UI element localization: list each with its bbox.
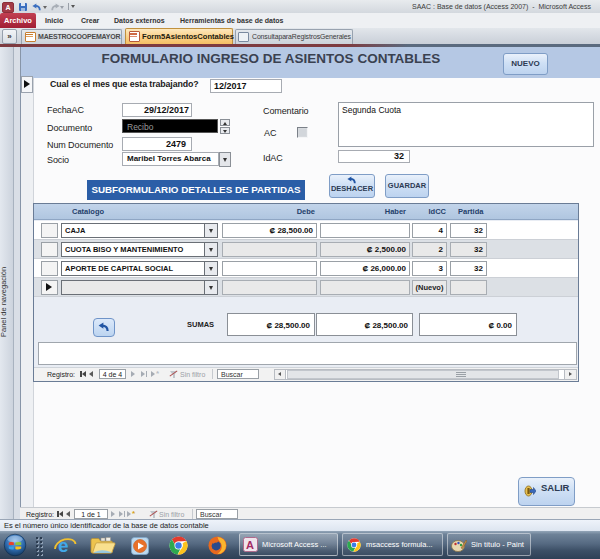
svg-text:e: e [58, 535, 69, 556]
svg-text:A: A [246, 539, 254, 551]
